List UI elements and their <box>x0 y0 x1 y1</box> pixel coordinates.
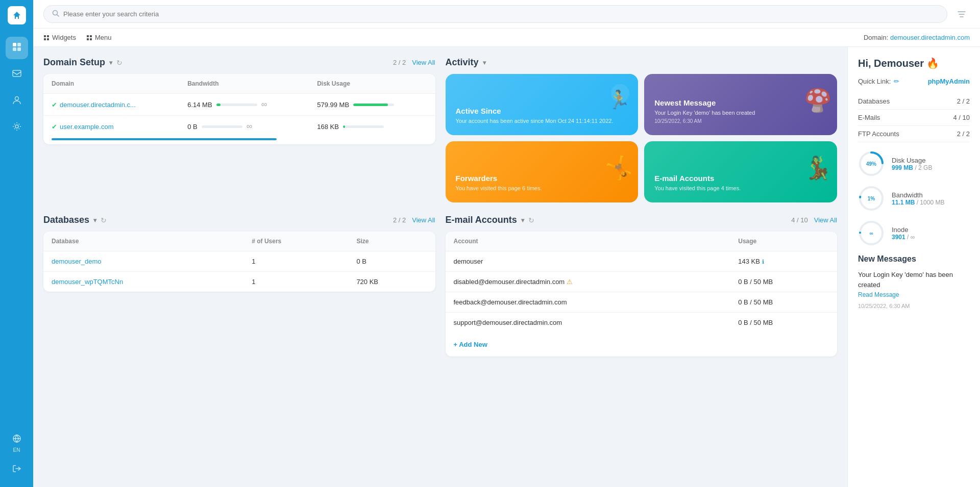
sidebar-logo[interactable] <box>8 6 26 24</box>
email-accounts-meta: 4 / 10 View All <box>791 216 837 224</box>
table-row: disabled@demouser.directadmin.com⚠ 0 B /… <box>446 272 838 292</box>
domain-setup-section: Domain Setup ▾ ↻ 2 / 2 View All <box>43 57 435 202</box>
email-accounts-title: E-mail Accounts ▾ ↻ <box>446 215 534 225</box>
add-new-email-button[interactable]: + Add New <box>454 337 487 352</box>
gauge-inode: ∞ Inode 3901 / ∞ <box>858 220 970 246</box>
activity-cards: 🏃 Active Since Your account has been act… <box>446 74 838 202</box>
filter-button[interactable] <box>953 6 970 22</box>
message-item: Your Login Key 'demo' has been created R… <box>858 270 970 310</box>
databases-title: Databases ▾ ↻ <box>43 215 107 225</box>
content-area: Domain Setup ▾ ↻ 2 / 2 View All <box>33 47 980 487</box>
widgets-label: Widgets <box>52 34 76 41</box>
gauge-circle: 1% <box>858 185 885 212</box>
activity-card-forwarders[interactable]: 🤸 Forwarders You have visited this page … <box>446 141 639 202</box>
col-account: Account <box>446 232 730 251</box>
activity-card-newest-message[interactable]: 🍄 Newest Message Your Login Key 'demo' h… <box>644 74 837 135</box>
email-accounts-refresh[interactable]: ↻ <box>528 216 534 224</box>
sidebar-item-users[interactable] <box>6 90 28 112</box>
domain-link[interactable]: demouser.directadmin.c... <box>60 101 136 109</box>
topbar <box>33 0 980 29</box>
gauge-label: 49% <box>866 161 876 167</box>
menu-label: Menu <box>95 34 112 41</box>
new-messages-title: New Messages <box>858 254 970 264</box>
gauge-circle: 49% <box>858 150 885 177</box>
domain-setup-count: 2 / 2 <box>393 59 406 66</box>
table-row: ✔demouser.directadmin.c... 6.14 MB ∞ 579… <box>43 94 435 116</box>
card-illustration: 💃 <box>804 145 832 183</box>
domain-setup-title: Domain Setup ▾ ↻ <box>43 57 122 68</box>
read-message-link[interactable]: Read Message <box>858 291 899 298</box>
svg-rect-9 <box>44 35 46 37</box>
sidebar-item-dashboard[interactable] <box>6 37 28 59</box>
databases-view-all[interactable]: View All <box>412 216 435 224</box>
svg-rect-14 <box>90 35 92 37</box>
edit-icon[interactable]: ✏ <box>894 78 899 85</box>
svg-text:🏃: 🏃 <box>607 89 630 111</box>
nav-menu[interactable]: Menu <box>86 32 112 43</box>
svg-point-5 <box>15 96 18 100</box>
db-link[interactable]: demouser_wpTQMTcNn <box>52 278 123 286</box>
db-link[interactable]: demouser_demo <box>52 258 102 265</box>
databases-refresh[interactable]: ↻ <box>101 216 107 224</box>
quick-link-row: Quick Link: ✏ phpMyAdmin <box>858 78 970 85</box>
sidebar-item-settings[interactable] <box>6 116 28 139</box>
activity-chevron: ▾ <box>483 59 486 66</box>
svg-rect-4 <box>13 70 21 76</box>
email-accounts-view-all[interactable]: View All <box>814 216 837 224</box>
card-desc: You have visited this page 4 times. <box>654 185 827 192</box>
email-accounts-chevron: ▾ <box>521 217 524 224</box>
domain-setup-meta: 2 / 2 View All <box>393 59 435 66</box>
domain-setup-refresh[interactable]: ↻ <box>116 59 122 67</box>
table-row: demouser_demo 1 0 B <box>43 251 435 272</box>
top-row: Domain Setup ▾ ↻ 2 / 2 View All <box>43 57 837 202</box>
activity-header: Activity ▾ <box>446 57 838 68</box>
col-disk: Disk Usage <box>309 74 435 94</box>
domain-setup-table: Domain Bandwidth Disk Usage ✔demouser.di… <box>43 74 435 137</box>
svg-rect-10 <box>47 35 49 37</box>
stat-label: FTP Accounts <box>858 130 899 138</box>
databases-header: Databases ▾ ↻ 2 / 2 View All <box>43 215 435 225</box>
svg-rect-16 <box>90 38 92 40</box>
greeting: Hi, Demouser 🔥 <box>858 57 970 69</box>
nav-widgets[interactable]: Widgets <box>43 32 76 43</box>
stat-row: Databases 2 / 2 <box>858 93 970 110</box>
gauges: 49% Disk Usage 999 MB / 2 GB 1% Bandwidt… <box>858 150 970 246</box>
domain-setup-header: Domain Setup ▾ ↻ 2 / 2 View All <box>43 57 435 68</box>
logout-icon <box>12 464 22 476</box>
card-illustration: 🤸 <box>605 145 633 183</box>
users-icon <box>12 95 22 108</box>
quick-link-label: Quick Link: ✏ <box>858 78 899 85</box>
dashboard-icon <box>12 42 22 55</box>
activity-card-active-since[interactable]: 🏃 Active Since Your account has been act… <box>446 74 639 135</box>
activity-title: Activity ▾ <box>446 57 486 68</box>
sidebar-item-language[interactable]: EN <box>6 432 28 454</box>
email-accounts-section: E-mail Accounts ▾ ↻ 4 / 10 View All <box>446 215 838 356</box>
quick-link-value[interactable]: phpMyAdmin <box>928 78 970 85</box>
col-usage: Usage <box>730 232 837 251</box>
sidebar-item-logout[interactable] <box>6 458 28 481</box>
right-panel: Hi, Demouser 🔥 Quick Link: ✏ phpMyAdmin … <box>847 47 980 487</box>
svg-rect-2 <box>13 47 16 51</box>
stats-list: Databases 2 / 2 E-Mails 4 / 10 FTP Accou… <box>858 93 970 142</box>
gauge-disk: 49% Disk Usage 999 MB / 2 GB <box>858 150 970 177</box>
activity-card-email-accounts[interactable]: 💃 E-mail Accounts You have visited this … <box>644 141 837 202</box>
domain-setup-view-all[interactable]: View All <box>412 59 435 66</box>
stat-row: E-Mails 4 / 10 <box>858 110 970 126</box>
email-accounts-table-card: Account Usage demouser 143 KBℹ disabled@… <box>446 232 838 356</box>
svg-rect-15 <box>87 38 89 40</box>
table-row: support@demouser.directadmin.com 0 B / 5… <box>446 313 838 333</box>
databases-table: Database # of Users Size demouser_demo 1… <box>43 232 435 292</box>
domain-link[interactable]: user.example.com <box>60 123 114 131</box>
stat-value: 2 / 2 <box>957 97 970 105</box>
sidebar-item-messages[interactable] <box>6 63 28 86</box>
domain-value[interactable]: demouser.directadmin.com <box>890 34 970 41</box>
sidebar: EN <box>0 0 33 487</box>
activity-section: Activity ▾ 🏃 Active Since Your account h… <box>446 57 838 202</box>
search-box <box>43 5 947 23</box>
domain-setup-table-card: Domain Bandwidth Disk Usage ✔demouser.di… <box>43 74 435 144</box>
svg-rect-3 <box>17 47 21 51</box>
card-title: E-mail Accounts <box>654 174 827 183</box>
search-input[interactable] <box>63 10 939 18</box>
col-db-users: # of Users <box>243 232 348 251</box>
content-main: Domain Setup ▾ ↻ 2 / 2 View All <box>33 47 847 487</box>
